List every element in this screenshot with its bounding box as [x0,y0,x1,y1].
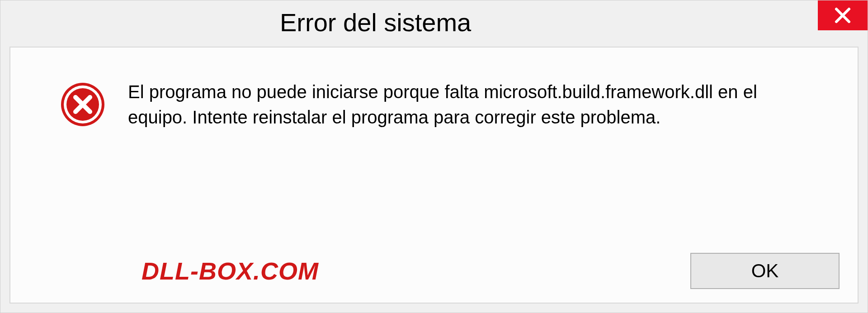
error-dialog: Error del sistema El programa no puede i… [0,0,868,313]
title-bar: Error del sistema [0,0,868,47]
error-icon [60,82,105,127]
error-message: El programa no puede iniciarse porque fa… [128,79,812,130]
watermark-text: DLL-BOX.COM [142,257,319,285]
dialog-title: Error del sistema [0,0,818,37]
close-icon [834,6,852,24]
ok-button-label: OK [751,260,779,282]
ok-button[interactable]: OK [690,253,840,289]
content-panel: El programa no puede iniciarse porque fa… [9,47,859,304]
footer-row: DLL-BOX.COM OK [10,244,858,303]
close-button[interactable] [818,0,868,30]
message-row: El programa no puede iniciarse porque fa… [10,47,858,148]
